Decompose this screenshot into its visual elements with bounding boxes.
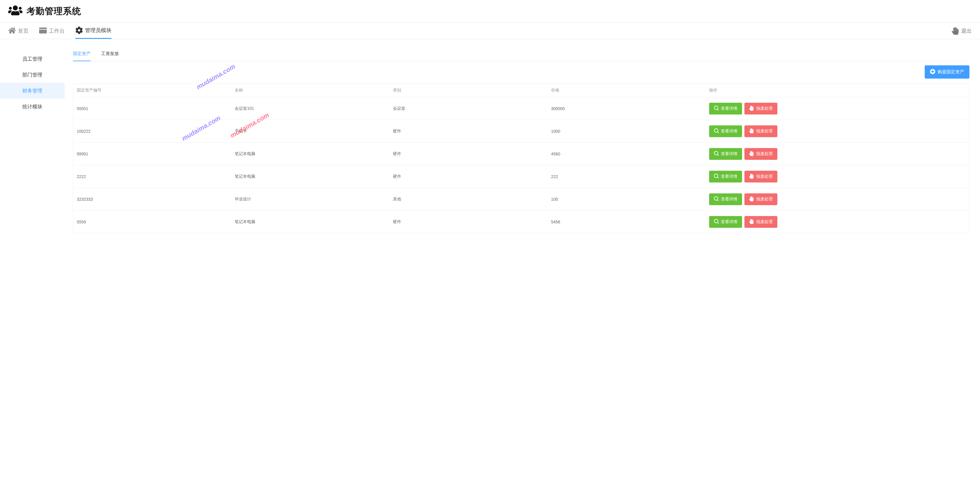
column-header-category: 类别 <box>390 84 548 97</box>
view-detail-button[interactable]: 查看详情 <box>709 216 742 228</box>
column-header-actions: 操作 <box>706 84 969 97</box>
cell-price: 300000 <box>548 97 706 120</box>
hand-icon <box>749 219 754 225</box>
nav-admin-label: 管理员模块 <box>85 27 111 34</box>
hand-icon <box>749 151 754 157</box>
tab-salary[interactable]: 工资发放 <box>101 48 119 61</box>
logout-label: 退出 <box>961 27 972 34</box>
cell-id: 100222 <box>73 120 231 143</box>
hand-icon <box>952 27 959 35</box>
content-tabs: 固定资产 工资发放 <box>73 48 969 61</box>
scrap-label: 报废处理 <box>756 196 773 202</box>
tab-label: 工资发放 <box>101 51 119 56</box>
table-row: 3232333毕业设计其他100查看详情报废处理 <box>73 188 969 211</box>
view-label: 查看详情 <box>721 129 737 134</box>
view-label: 查看详情 <box>721 174 737 179</box>
cell-actions: 查看详情报废处理 <box>706 120 969 143</box>
table-row: 100222手机卡硬件1000查看详情报废处理 <box>73 120 969 143</box>
logout-button[interactable]: 退出 <box>952 27 972 35</box>
cell-name: 手机卡 <box>231 120 390 143</box>
search-icon <box>714 128 719 134</box>
nav-workbench[interactable]: 工作台 <box>39 23 65 39</box>
cell-actions: 查看详情报废处理 <box>706 143 969 165</box>
scrap-label: 报废处理 <box>756 106 773 111</box>
sidebar-item-label: 统计模块 <box>22 103 42 110</box>
sidebar-item-label: 员工管理 <box>22 56 42 62</box>
view-detail-button[interactable]: 查看详情 <box>709 125 742 137</box>
cell-category: 硬件 <box>390 165 548 188</box>
sidebar-item-employee[interactable]: 员工管理 <box>0 51 65 67</box>
nav-home[interactable]: 首页 <box>8 23 29 39</box>
tab-assets[interactable]: 固定资产 <box>73 48 91 61</box>
search-icon <box>714 151 719 157</box>
cell-actions: 查看详情报废处理 <box>706 211 969 233</box>
scrap-button[interactable]: 报废处理 <box>745 103 777 115</box>
table-row: 99991笔记本电脑硬件4560查看详情报废处理 <box>73 143 969 165</box>
cell-actions: 查看详情报废处理 <box>706 188 969 211</box>
nav-admin[interactable]: 管理员模块 <box>75 23 111 39</box>
cell-price: 100 <box>548 188 706 211</box>
column-header-id: 固定资产编号 <box>73 84 231 97</box>
app-header: 考勤管理系统 <box>0 0 980 23</box>
table-header-row: 固定资产编号 名称 类别 价格 操作 <box>73 84 969 97</box>
search-icon <box>714 174 719 180</box>
view-label: 查看详情 <box>721 106 737 111</box>
cell-category: 其他 <box>390 188 548 211</box>
nav-workbench-label: 工作台 <box>49 27 65 34</box>
scrap-label: 报废处理 <box>756 151 773 156</box>
hand-icon <box>749 196 754 202</box>
scrap-button[interactable]: 报废处理 <box>745 193 777 205</box>
table-row: 5559笔记本电脑硬件5456查看详情报废处理 <box>73 211 969 233</box>
add-asset-button[interactable]: 购置固定资产 <box>925 65 969 78</box>
cell-id: 55551 <box>73 97 231 120</box>
view-label: 查看详情 <box>721 196 737 202</box>
scrap-label: 报废处理 <box>756 174 773 179</box>
cell-name: 笔记本电脑 <box>231 211 390 233</box>
top-nav: 首页 工作台 管理员模块 退出 <box>0 23 980 39</box>
cell-name: 会议室101 <box>231 97 390 120</box>
gear-icon <box>75 27 83 34</box>
hand-icon <box>749 128 754 134</box>
nav-home-label: 首页 <box>18 27 29 34</box>
view-detail-button[interactable]: 查看详情 <box>709 171 742 182</box>
users-icon <box>8 5 22 18</box>
view-label: 查看详情 <box>721 219 737 225</box>
hand-icon <box>749 106 754 112</box>
view-detail-button[interactable]: 查看详情 <box>709 193 742 205</box>
view-detail-button[interactable]: 查看详情 <box>709 148 742 160</box>
tab-label: 固定资产 <box>73 51 91 56</box>
app-title: 考勤管理系统 <box>27 5 81 18</box>
sidebar-item-finance[interactable]: 财务管理 <box>0 83 65 99</box>
view-detail-button[interactable]: 查看详情 <box>709 103 742 115</box>
sidebar-item-label: 财务管理 <box>22 88 42 94</box>
search-icon <box>714 106 719 112</box>
workbench-icon <box>39 27 47 35</box>
cell-id: 99991 <box>73 143 231 165</box>
cell-price: 5456 <box>548 211 706 233</box>
cell-id: 2222 <box>73 165 231 188</box>
add-asset-label: 购置固定资产 <box>938 69 964 75</box>
cell-actions: 查看详情报废处理 <box>706 97 969 120</box>
cell-price: 222 <box>548 165 706 188</box>
scrap-button[interactable]: 报废处理 <box>745 125 777 137</box>
sidebar-item-department[interactable]: 部门管理 <box>0 67 65 83</box>
table-row: 2222笔记本电脑硬件222查看详情报废处理 <box>73 165 969 188</box>
cell-category: 硬件 <box>390 211 548 233</box>
cell-price: 1000 <box>548 120 706 143</box>
column-header-price: 价格 <box>548 84 706 97</box>
hand-icon <box>749 174 754 180</box>
search-icon <box>714 196 719 202</box>
search-icon <box>714 219 719 225</box>
plus-circle-icon <box>930 69 935 75</box>
scrap-button[interactable]: 报废处理 <box>745 148 777 160</box>
sidebar-item-statistics[interactable]: 统计模块 <box>0 99 65 115</box>
home-icon <box>8 27 16 35</box>
cell-category: 硬件 <box>390 143 548 165</box>
scrap-button[interactable]: 报废处理 <box>745 216 777 228</box>
scrap-button[interactable]: 报废处理 <box>745 171 777 182</box>
table-row: 55551会议室101会议室300000查看详情报废处理 <box>73 97 969 120</box>
scrap-label: 报废处理 <box>756 129 773 134</box>
cell-name: 笔记本电脑 <box>231 143 390 165</box>
cell-id: 3232333 <box>73 188 231 211</box>
sidebar: 员工管理 部门管理 财务管理 统计模块 <box>0 39 65 242</box>
